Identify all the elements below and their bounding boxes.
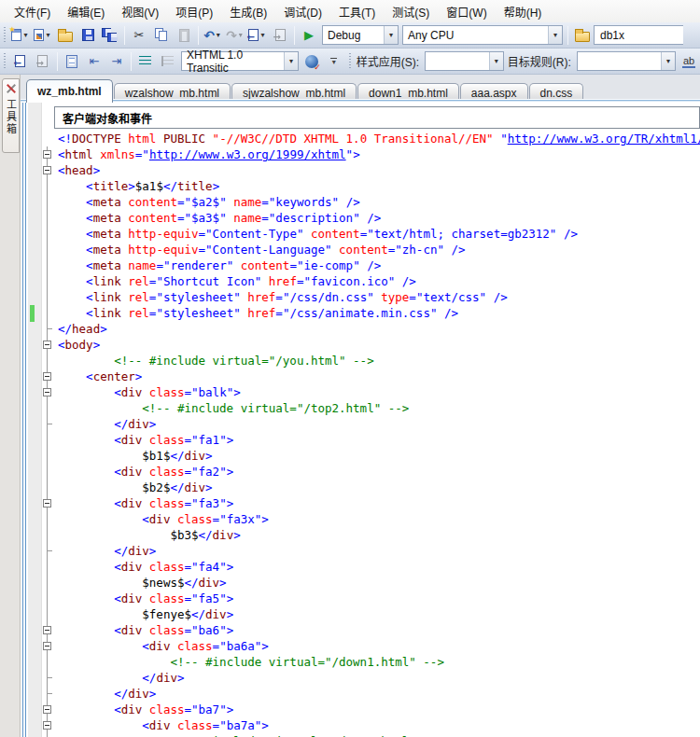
cut-button[interactable]: ✂ [129,25,149,46]
change-margin [28,384,37,400]
target-schema-select[interactable]: XHTML 1.0 Transitic ▾ [181,51,299,71]
code-line: <div class="fa5"> [28,591,700,606]
change-margin [28,257,37,273]
undo-button[interactable]: ↶ ▾ [203,25,223,46]
fold-collapse-icon[interactable] [43,705,51,714]
code-text: <!-- #include virtual="/down2.html" --> [58,733,444,737]
code-line: <html xmlns="http://www.w3.org/1999/xhtm… [28,146,700,162]
fold-gutter [37,321,58,337]
menu-item[interactable]: 文件(F) [6,1,59,22]
undo-icon: ↶ [203,28,215,43]
chevron-down-icon[interactable]: ▾ [217,31,220,39]
format-document-button[interactable] [135,51,156,72]
menu-item[interactable]: 帮助(H) [496,1,551,22]
fold-collapse-icon[interactable] [43,166,51,174]
open-file-button[interactable] [55,25,76,46]
copy-button[interactable] [151,25,172,46]
code-line: <!-- #include virtual="/you.html" --> [28,353,700,368]
code-line: <body> [28,337,700,353]
copy-icon [155,28,169,42]
fold-collapse-icon[interactable] [43,721,51,730]
fold-gutter [37,559,58,575]
chevron-down-icon[interactable]: ▾ [284,52,298,70]
chevron-down-icon[interactable]: ▾ [489,52,503,70]
find-in-files-button[interactable] [572,25,593,46]
fold-collapse-icon[interactable] [43,150,51,159]
code-text: <div class="ba6a"> [58,638,269,654]
decrease-indent-button[interactable]: ⇤ [84,51,105,72]
fold-gutter [37,511,58,527]
code-text: <div class="fa5"> [58,591,233,606]
menu-item[interactable]: 工具(T) [330,1,384,22]
client-objects-dropdown[interactable]: 客户端对象和事件 [54,106,700,129]
navigate-backward-button[interactable]: ← ▾ [247,25,268,46]
format-selection-button[interactable] [158,51,178,72]
code-text: <body> [58,337,100,353]
paste-button[interactable] [174,25,194,46]
navigate-backward-icon: ← [15,55,25,67]
add-item-button[interactable]: ▾ [33,25,53,46]
fold-collapse-icon[interactable] [43,499,51,508]
toolbox-tab[interactable]: 工具箱 [2,78,20,153]
new-project-button[interactable]: ★ ▾ [10,25,31,46]
style-apply-select[interactable]: ▾ [425,51,504,71]
code-navigate-backward-button[interactable]: ← [10,51,31,72]
chevron-down-icon[interactable]: ▾ [384,26,398,44]
toolbar-overflow-button[interactable]: ▾ [324,51,344,72]
code-navigate-forward-button[interactable]: → [33,51,53,72]
fold-collapse-icon[interactable] [43,626,51,634]
save-button[interactable] [77,25,98,46]
fold-collapse-icon[interactable] [43,388,51,396]
fold-collapse-icon[interactable] [43,372,51,381]
target-rule-select[interactable]: ▾ [577,51,676,71]
check-accessibility-button[interactable] [301,51,322,72]
browser-style-button[interactable]: ab [679,51,699,72]
start-debugging-button[interactable]: ▶ [299,25,319,46]
toolbar-grip[interactable] [347,53,353,70]
formatting-marks-button[interactable] [62,51,82,72]
change-margin [28,289,37,305]
fold-end-tick [48,424,52,424]
menu-item[interactable]: 编辑(E) [59,1,113,22]
fold-collapse-icon[interactable] [43,341,51,349]
menu-item[interactable]: 视图(V) [113,1,167,22]
change-margin [28,654,37,670]
chevron-down-icon[interactable]: ▾ [260,31,264,39]
code-line: <meta http-equiv="Content-Language" cont… [28,242,700,257]
change-margin [28,717,37,733]
validate-globe-icon [305,55,318,68]
menu-item[interactable]: 测试(S) [384,1,438,22]
chevron-down-icon[interactable]: ▾ [548,26,562,44]
change-margin [28,575,37,591]
solution-platform-value: Any CPU [408,29,454,42]
solution-configuration-select[interactable]: Debug ▾ [322,25,399,45]
menu-item[interactable]: 生成(B) [221,1,275,22]
fold-end-tick [48,693,52,694]
chevron-down-icon[interactable]: ▾ [661,52,675,70]
navigate-forward-button[interactable]: → [270,25,290,46]
menu-item[interactable]: 项目(P) [167,1,221,22]
change-margin [28,337,37,353]
tab-wz_mb.html[interactable]: wz_mb.html [26,79,113,103]
save-all-button[interactable] [100,25,120,46]
menu-item[interactable]: 窗口(W) [438,1,495,22]
code-text: <html xmlns="http://www.w3.org/1999/xhtm… [58,146,360,162]
code-line: <link rel="stylesheet" href="/css/dn.css… [28,289,700,305]
code-line: <meta http-equiv="Content-Type" content=… [28,226,700,242]
editor-splitter[interactable] [21,103,27,737]
chevron-down-icon[interactable]: ▾ [239,31,243,39]
code-area[interactable]: <!DOCTYPE html PUBLIC "-//W3C//DTD XHTML… [28,131,700,737]
toolbar-grip[interactable] [2,53,7,70]
fold-gutter [37,162,58,178]
redo-button[interactable]: ↷ ▾ [225,25,245,46]
toolbox-label: 工具箱 [4,99,19,135]
chevron-down-icon[interactable]: ▾ [46,31,49,39]
menu-item[interactable]: 调试(D) [275,1,330,22]
code-text: $b2$</div> [58,480,213,495]
solution-platform-select[interactable]: Any CPU ▾ [402,25,563,45]
chevron-down-icon[interactable]: ▾ [23,31,27,39]
toolbar-grip[interactable] [2,27,7,44]
fold-collapse-icon[interactable] [43,642,51,650]
increase-indent-button[interactable]: ⇥ [106,51,127,72]
search-input[interactable]: db1x [594,25,683,45]
